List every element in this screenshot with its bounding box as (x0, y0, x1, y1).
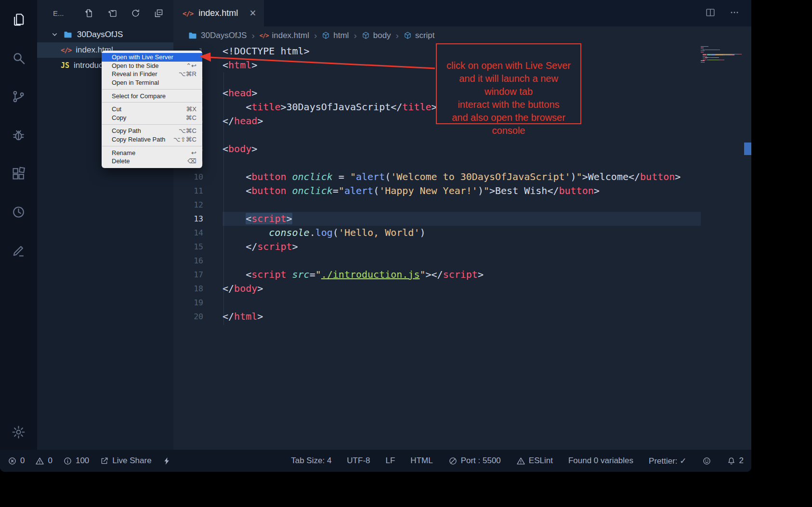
status-item-0[interactable]: 0 (8, 456, 25, 466)
menu-item-label: Reveal in Finder (112, 70, 157, 78)
tab-bar: </> index.html × (173, 0, 751, 26)
activity-item-settings-gear[interactable] (0, 414, 37, 450)
status-item-0[interactable]: 0 (35, 456, 52, 466)
menu-item-open-to-the-side[interactable]: Open to the Side⌃↩ (102, 62, 202, 70)
code-line-content (223, 198, 701, 212)
status-bar: 00100Live Share Tab Size: 4UTF-8LFHTMLPo… (0, 450, 751, 472)
toolbar-collapse-all-button[interactable] (154, 8, 164, 18)
code-token: alert (356, 171, 385, 182)
tab-index-html[interactable]: </> index.html × (173, 0, 264, 26)
code-line[interactable]: 9 (173, 156, 751, 170)
minimap[interactable] (701, 46, 743, 63)
breadcrumb-item-30daysofjs[interactable]: 30DaysOfJS (188, 31, 247, 40)
code-token: title (402, 101, 431, 113)
menu-item-rename[interactable]: Rename↩ (102, 148, 202, 157)
tab-close-icon[interactable]: × (249, 8, 256, 19)
status-item-utf-8[interactable]: UTF-8 (347, 456, 370, 466)
line-number: 10 (173, 170, 203, 184)
menu-item-reveal-in-finder[interactable]: Reveal in Finder⌥⌘R (102, 70, 202, 78)
menu-item-copy[interactable]: Copy⌘C (102, 114, 202, 122)
activity-item-explorer[interactable] (0, 0, 37, 39)
status-item-lf[interactable]: LF (386, 456, 395, 466)
code-token: > (251, 87, 257, 99)
status-label: 100 (76, 456, 89, 466)
code-token: 'Welcome to 30DaysOfJavaScript' (391, 171, 570, 182)
status-label: HTML (410, 456, 432, 466)
folder-label: 30DaysOfJS (77, 30, 123, 39)
menu-item-shortcut: ⌥⇧⌘C (173, 136, 196, 143)
menu-item-label: Copy Relative Path (112, 136, 165, 143)
code-line[interactable]: 12 (173, 198, 751, 212)
code-line[interactable]: 16 (173, 254, 751, 268)
code-token: " (419, 269, 425, 280)
code-line[interactable]: 8<body> (173, 142, 751, 156)
code-line[interactable]: 10 <button onclick = "alert('Welcome to … (173, 170, 751, 184)
code-token: > (292, 241, 298, 252)
breadcrumb-item-body[interactable]: body (362, 31, 391, 40)
menu-item-select-for-compare[interactable]: Select for Compare (102, 91, 202, 100)
code-token: > (425, 269, 431, 280)
menu-item-cut[interactable]: Cut⌘X (102, 105, 202, 114)
code-line[interactable]: 7 (173, 128, 751, 142)
activity-item-search[interactable] (0, 39, 37, 77)
extensions-icon (11, 166, 26, 181)
code-line[interactable]: 14 console.log('Hello, World') (173, 226, 751, 240)
code-line[interactable]: 15 </script> (173, 240, 751, 254)
code-line[interactable]: 19 (173, 296, 751, 310)
breadcrumb-item-html[interactable]: html (322, 31, 349, 40)
code-token (286, 269, 292, 280)
code-token: title (251, 101, 280, 113)
code-line[interactable]: 20</html> (173, 310, 751, 324)
code-line[interactable]: 18</body> (173, 282, 751, 296)
code-token: = (333, 171, 350, 182)
status-item-html[interactable]: HTML (410, 456, 432, 466)
status-item-tab-size-4[interactable]: Tab Size: 4 (291, 456, 331, 466)
status-item-smiley[interactable] (702, 456, 711, 466)
activity-item-pen[interactable] (0, 231, 37, 270)
status-item-bolt[interactable] (162, 456, 171, 466)
menu-item-open-with-live-server[interactable]: Open with Live Server (102, 53, 202, 62)
breadcrumb-item-script[interactable]: script (404, 31, 435, 40)
explorer-icon (11, 12, 26, 27)
code-token: > (257, 115, 263, 127)
tree-folder-30daysofjs[interactable]: 30DaysOfJS (37, 26, 173, 42)
menu-item-open-in-terminal[interactable]: Open in Terminal (102, 78, 202, 87)
breadcrumb-item-index-html[interactable]: </>index.html (260, 31, 309, 40)
code-line-content (223, 156, 701, 170)
toolbar-new-folder-button[interactable] (107, 8, 118, 18)
line-number: 20 (173, 310, 203, 324)
split-editor-icon[interactable] (705, 7, 716, 20)
code-token: button (251, 171, 286, 182)
status-label: UTF-8 (347, 456, 370, 466)
activity-item-debug[interactable] (0, 116, 37, 154)
live-share-icon (100, 456, 109, 466)
settings-gear-icon (11, 425, 26, 440)
breadcrumb-separator: › (395, 30, 399, 41)
status-item-live-share[interactable]: Live Share (100, 456, 151, 466)
code-line[interactable]: 11 <button onclick="alert('Happy New Yea… (173, 184, 751, 198)
menu-item-copy-relative-path[interactable]: Copy Relative Path⌥⇧⌘C (102, 135, 202, 144)
code-token: body (228, 143, 251, 155)
menu-item-copy-path[interactable]: Copy Path⌥⌘C (102, 127, 202, 135)
menu-item-delete[interactable]: Delete⌫ (102, 157, 202, 166)
activity-item-extensions[interactable] (0, 154, 37, 193)
menu-item-label: Open with Live Server (112, 53, 173, 61)
status-item-prettier[interactable]: Prettier: ✓ (649, 456, 686, 466)
menu-item-shortcut: ⌥⌘C (179, 127, 196, 134)
status-item-eslint[interactable]: ESLint (516, 456, 553, 466)
status-item-port-5500[interactable]: Port : 5500 (448, 456, 501, 466)
status-item-2[interactable]: 2 (727, 456, 744, 466)
activity-item-source-control[interactable] (0, 77, 37, 116)
status-item-100[interactable]: 100 (63, 456, 89, 466)
toolbar-refresh-button[interactable] (131, 8, 141, 18)
code-line-content: </script> (223, 240, 701, 254)
code-token: > (594, 185, 600, 196)
code-token (286, 185, 292, 196)
menu-item-label: Open to the Side (112, 62, 159, 69)
more-actions-icon[interactable] (729, 7, 740, 20)
toolbar-new-file-button[interactable] (84, 8, 94, 18)
code-line[interactable]: 13 <script> (173, 212, 751, 226)
status-item-found-0-variables[interactable]: Found 0 variables (568, 456, 633, 466)
code-line[interactable]: 17 <script src="./introduction.js"></scr… (173, 268, 751, 282)
activity-item-clock[interactable] (0, 193, 37, 231)
